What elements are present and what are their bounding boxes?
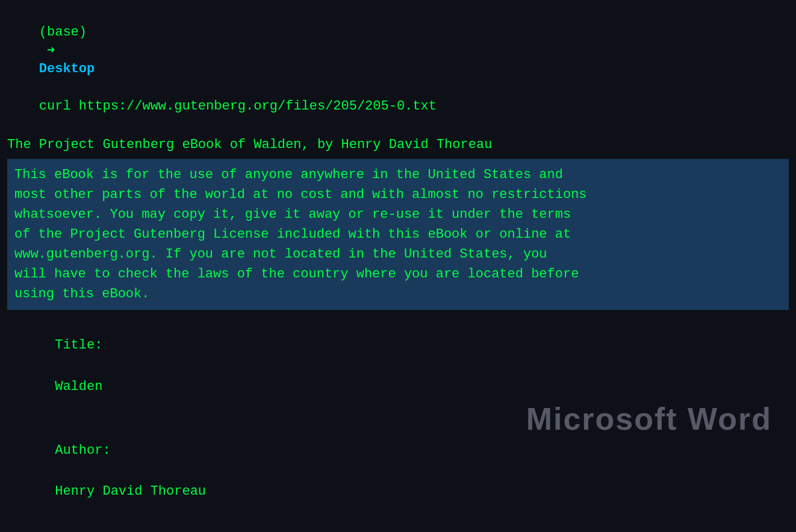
command-text bbox=[39, 80, 47, 95]
author-label: Author: bbox=[55, 443, 110, 458]
license-line-2: most other parts of the world at no cost… bbox=[7, 185, 789, 205]
conda-env: (base) bbox=[39, 25, 87, 40]
prompt-line: (base) ➜ Desktop curl https://www.gutenb… bbox=[7, 5, 789, 135]
terminal-window: (base) ➜ Desktop curl https://www.gutenb… bbox=[0, 0, 796, 532]
release-meta: Release Date: January, 1995 [eBook #205] bbox=[7, 525, 789, 532]
arrow-icon: ➜ bbox=[39, 43, 71, 58]
license-line-3: whatsoever. You may copy it, give it awa… bbox=[7, 205, 789, 224]
title-value-text: Walden bbox=[55, 379, 102, 394]
license-line-5: www.gutenberg.org. If you are not locate… bbox=[7, 244, 789, 264]
author-meta: Author: Henry David Thoreau bbox=[7, 420, 789, 522]
curl-command: curl https://www.gutenberg.org/files/205… bbox=[39, 99, 437, 114]
author-value bbox=[55, 463, 63, 478]
license-line-1: This eBook is for the use of anyone anyw… bbox=[7, 165, 789, 185]
title-label: Title: bbox=[55, 338, 102, 353]
metadata-section: Title: Walden Author: Henry David Thorea… bbox=[7, 315, 789, 532]
title-meta: Title: Walden bbox=[7, 315, 789, 417]
license-line-4: of the Project Gutenberg License include… bbox=[7, 224, 789, 244]
ebook-title-line: The Project Gutenberg eBook of Walden, b… bbox=[7, 136, 789, 155]
author-value-text: Henry David Thoreau bbox=[55, 484, 206, 499]
license-line-7: using this eBook. bbox=[7, 284, 789, 304]
directory-label: Desktop bbox=[39, 61, 95, 76]
license-line-6: will have to check the laws of the count… bbox=[7, 264, 789, 284]
license-block: This eBook is for the use of anyone anyw… bbox=[7, 159, 789, 310]
title-value bbox=[55, 359, 63, 374]
